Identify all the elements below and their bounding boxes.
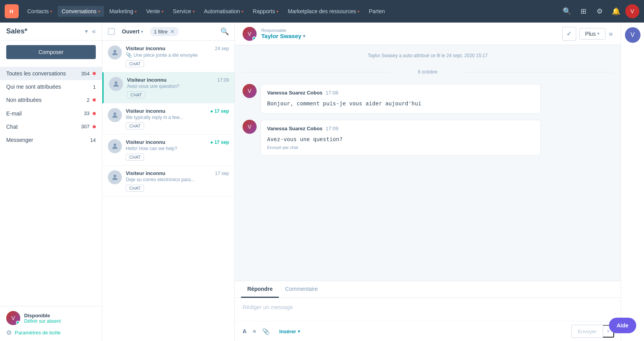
text-format-icon[interactable]: A — [241, 327, 248, 336]
svg-text:H: H — [10, 9, 13, 14]
nav-rapports-arrow: ▾ — [276, 9, 278, 14]
nav-rapports[interactable]: Rapports ▾ — [249, 6, 282, 17]
text-size-icon[interactable]: ≡ — [251, 327, 257, 336]
more-actions-button[interactable]: Plus ▾ — [579, 28, 605, 40]
grid-icon[interactable]: ⊞ — [576, 4, 590, 18]
insert-arrow-icon: ▾ — [298, 329, 300, 334]
sidebar-item-chat-label: Chat — [6, 123, 78, 130]
chat-header-dropdown-icon[interactable]: ▾ — [303, 33, 305, 39]
select-all-checkbox[interactable] — [108, 28, 115, 35]
sidebar-collapse-button[interactable]: « — [92, 27, 96, 35]
sidebar-item-chat[interactable]: Chat 307 — [0, 120, 102, 133]
conv-item-0[interactable]: Visiteur inconnu 24 sep 📎 Une pièce join… — [102, 41, 234, 72]
chat-msg-1-sender: Vanessa Suarez Cobos — [267, 126, 322, 131]
sidebar-nav: Toutes les conversations 354 Qui me sont… — [0, 64, 102, 306]
sidebar-item-unassigned-dot — [93, 98, 96, 101]
chat-msg-0-meta: Vanessa Suarez Cobos 17:08 — [267, 90, 534, 96]
sidebar-item-assigned-to-me[interactable]: Qui me sont attribuées 1 — [0, 80, 102, 93]
nav-conversations[interactable]: Conversations ▾ — [58, 6, 104, 17]
sidebar-item-email[interactable]: E-mail 33 — [0, 107, 102, 120]
sidebar-item-messenger[interactable]: Messenger 14 — [0, 133, 102, 147]
collapse-right-button[interactable]: » — [609, 29, 613, 38]
sidebar-item-unassigned[interactable]: Non attribuées 2 — [0, 93, 102, 107]
nav-marketplace[interactable]: Marketplace des ressources ▾ — [284, 6, 363, 17]
nav-parten[interactable]: Parten — [365, 6, 389, 17]
nav-conversations-arrow: ▾ — [98, 9, 100, 14]
compose-button[interactable]: Composer — [6, 45, 96, 59]
conv-item-0-badge: CHAT — [126, 60, 144, 67]
insert-button[interactable]: Insérer ▾ — [274, 326, 304, 337]
conv-item-1-time: 17:09 — [217, 77, 229, 83]
conv-item-1[interactable]: Visiteur inconnu 17:09 Avez-vous une que… — [102, 72, 234, 103]
nav-contacts-arrow: ▾ — [50, 9, 52, 14]
chat-message-1: V Vanessa Suarez Cobos 17:09 Avez-vous u… — [243, 120, 613, 156]
avatar-status-dot — [16, 321, 20, 325]
conv-item-2[interactable]: Visiteur inconnu ● 17 sep We typically r… — [102, 103, 234, 135]
sidebar-item-email-count: 33 — [84, 110, 90, 116]
chat-msg-1-meta: Vanessa Suarez Cobos 17:09 — [267, 126, 534, 131]
sidebar-user-status[interactable]: Définir sur absent — [24, 318, 96, 324]
nav-marketplace-arrow: ▾ — [357, 9, 359, 14]
sidebar-footer: V Disponible Définir sur absent ⚙ Paramè… — [0, 306, 102, 341]
attachment-icon[interactable]: 📎 — [260, 326, 271, 337]
svg-point-2 — [114, 50, 116, 52]
chat-msg-1-bubble: Vanessa Suarez Cobos 17:09 Avez-vous une… — [260, 120, 541, 156]
nav-contacts[interactable]: Contacts ▾ — [23, 6, 56, 17]
sidebar-title-dropdown-icon[interactable]: ▼ — [84, 29, 89, 34]
conv-item-4[interactable]: Visiteur inconnu 17 sep Deje su correo e… — [102, 166, 234, 197]
conv-item-2-content: Visiteur inconnu ● 17 sep We typically r… — [126, 108, 229, 129]
conv-list-header: Ouvert ▾ 1 filtre ✕ 🔍 — [102, 23, 234, 41]
sidebar-item-messenger-label: Messenger — [6, 136, 87, 143]
sidebar-user: V Disponible Définir sur absent — [6, 311, 96, 325]
conv-item-3-content: Visiteur inconnu ● 17 sep Hello! How can… — [126, 139, 229, 161]
sidebar-item-messenger-count: 14 — [90, 137, 96, 143]
chat-input-field[interactable]: Rédiger un message — [235, 298, 621, 321]
chat-msg-0-text: Bonjour, comment puis-je vous aider aujo… — [267, 100, 534, 108]
chat-input-placeholder: Rédiger un message — [243, 304, 293, 310]
nav-automatisation[interactable]: Automatisation ▾ — [200, 6, 248, 17]
settings-icon[interactable]: ⚙ — [593, 4, 607, 18]
conversation-list: Ouvert ▾ 1 filtre ✕ 🔍 Visiteur inconnu 2… — [102, 23, 235, 341]
conv-item-3-time: ● 17 sep — [210, 140, 229, 145]
filter-count-label: 1 filtre — [154, 29, 167, 35]
chat-system-message: Taylor Swasey a auto-attribué ce fil le … — [243, 51, 613, 60]
sidebar-item-all-conversations-count: 354 — [81, 71, 90, 77]
nav-service-arrow: ▾ — [193, 9, 195, 14]
conv-item-4-name: Visiteur inconnu — [126, 170, 165, 176]
conv-item-4-preview: Deje su correo electrónico para... — [126, 177, 229, 182]
filter-badge[interactable]: 1 filtre ✕ — [150, 27, 178, 36]
hubspot-logo[interactable]: H — [5, 4, 19, 18]
conv-item-1-badge: CHAT — [127, 91, 145, 98]
sidebar-item-all-conversations[interactable]: Toutes les conversations 354 — [0, 67, 102, 80]
filter-button[interactable]: Ouvert ▾ — [118, 26, 147, 37]
filter-clear-icon[interactable]: ✕ — [170, 28, 175, 35]
conv-item-2-badge: CHAT — [126, 122, 144, 129]
conv-search-button[interactable]: 🔍 — [220, 27, 229, 36]
tab-commentaire[interactable]: Commentaire — [279, 281, 324, 298]
tab-repondre[interactable]: Répondre — [241, 281, 279, 298]
nav-vente[interactable]: Vente ▾ — [142, 6, 167, 17]
nav-vente-arrow: ▾ — [162, 9, 164, 14]
notifications-icon[interactable]: 🔔 — [609, 4, 623, 18]
conv-item-0-content: Visiteur inconnu 24 sep 📎 Une pièce join… — [126, 45, 229, 67]
conv-item-0-avatar — [108, 45, 122, 59]
sidebar-user-avatar: V — [6, 311, 20, 325]
chat-header-info: Responsable Taylor Swasey ▾ — [261, 28, 558, 39]
aide-button[interactable]: Aide — [609, 318, 636, 333]
conv-item-1-preview: Avez-vous une question? — [127, 84, 229, 89]
nav-service[interactable]: Service ▾ — [169, 6, 199, 17]
conv-item-3[interactable]: Visiteur inconnu ● 17 sep Hello! How can… — [102, 135, 234, 166]
right-panel: V — [621, 23, 644, 341]
search-icon[interactable]: 🔍 — [560, 4, 574, 18]
chat-msg-1-avatar: V — [243, 120, 257, 134]
nav-marketing[interactable]: Marketing ▾ — [106, 6, 141, 17]
sidebar-settings[interactable]: ⚙ Paramètres de boîte — [6, 329, 96, 336]
filter-dropdown-icon: ▾ — [141, 30, 143, 34]
conv-item-4-avatar — [108, 170, 122, 184]
chat-header-status-dot — [252, 37, 256, 40]
chat-tabs: Répondre Commentaire — [235, 281, 621, 298]
conv-item-2-preview: We typically reply in a few... — [126, 115, 229, 120]
send-main-button[interactable]: Envoyer — [572, 326, 603, 337]
user-avatar-icon[interactable]: V — [625, 4, 639, 18]
resolve-button[interactable]: ✓ — [562, 27, 576, 41]
